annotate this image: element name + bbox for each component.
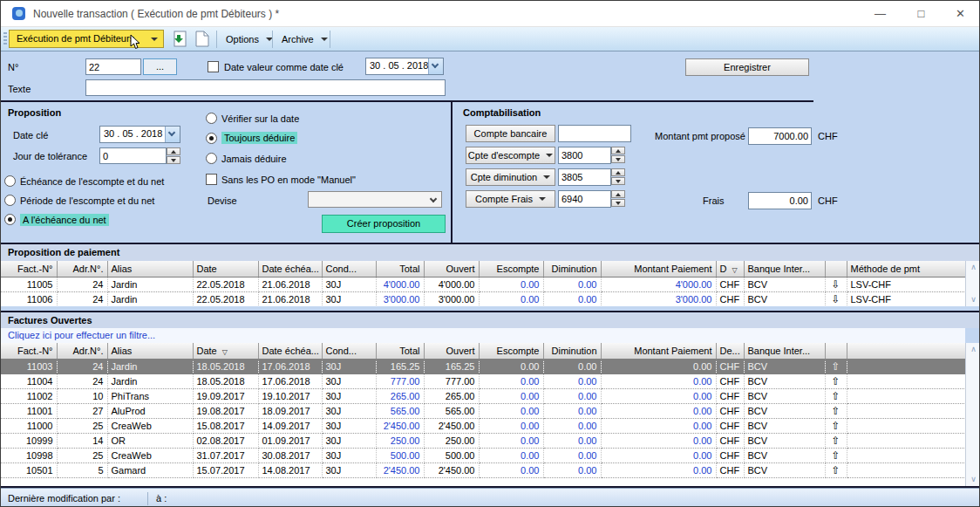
table-cell[interactable]: [847, 359, 965, 373]
table-cell[interactable]: 3'000.00: [424, 291, 479, 306]
table-cell[interactable]: Jardin: [107, 373, 193, 388]
table-cell[interactable]: 0.00: [479, 462, 543, 477]
table-cell[interactable]: 3'000.00: [601, 291, 716, 306]
table-cell[interactable]: OR: [107, 433, 193, 448]
table-cell[interactable]: Jardin: [107, 359, 193, 373]
table-cell[interactable]: CreaWeb: [107, 418, 193, 433]
browse-button[interactable]: ...: [143, 58, 177, 75]
radio-echeance-escompte[interactable]: [4, 175, 16, 187]
table-cell[interactable]: 2'450.00: [424, 418, 479, 433]
column-header[interactable]: [825, 261, 847, 277]
archive-menu[interactable]: Archive: [276, 31, 333, 48]
table-cell[interactable]: 250.00: [376, 433, 424, 448]
table-cell[interactable]: 30J: [322, 403, 376, 418]
table-cell[interactable]: 21.06.2018: [258, 291, 322, 306]
enregistrer-button[interactable]: Enregistrer: [685, 58, 809, 76]
column-header[interactable]: Date: [193, 261, 258, 277]
arrow-up-icon[interactable]: ⇧: [825, 433, 847, 448]
column-header[interactable]: Date▽: [193, 343, 258, 359]
table-cell[interactable]: 500.00: [424, 448, 479, 462]
column-header[interactable]: De...: [716, 343, 744, 359]
column-header[interactable]: Cond...: [322, 261, 376, 277]
column-header[interactable]: D▽: [716, 261, 744, 277]
table-cell[interactable]: 18.05.2018: [193, 373, 258, 388]
table-cell[interactable]: 25: [57, 448, 107, 462]
table-cell[interactable]: CHF: [716, 291, 744, 306]
column-header[interactable]: Diminution: [543, 343, 601, 359]
table-cell[interactable]: 30.08.2017: [258, 448, 322, 462]
creer-proposition-button[interactable]: Créer proposition: [322, 215, 446, 233]
radio-periode-escompte[interactable]: [4, 195, 16, 206]
table-cell[interactable]: 0.00: [543, 277, 601, 291]
table-cell[interactable]: 25: [57, 418, 107, 433]
table-cell[interactable]: 11003: [1, 359, 57, 373]
table-cell[interactable]: 27: [57, 403, 107, 418]
table-cell[interactable]: 11006: [1, 291, 57, 306]
column-header[interactable]: Ouvert: [424, 261, 479, 277]
table-cell[interactable]: 0.00: [479, 359, 543, 373]
cpte-diminution-button[interactable]: Cpte diminution: [466, 168, 555, 186]
radio-jamais-deduire[interactable]: [206, 153, 217, 164]
table-cell[interactable]: 565.00: [424, 403, 479, 418]
close-button[interactable]: ✕: [941, 1, 980, 27]
table-cell[interactable]: 14.09.2017: [258, 418, 322, 433]
table-cell[interactable]: 11000: [1, 418, 57, 433]
table-cell[interactable]: CHF: [716, 373, 744, 388]
compte-frais-spinner[interactable]: [611, 190, 625, 208]
table-cell[interactable]: BCV: [744, 277, 825, 291]
arrow-up-icon[interactable]: ⇧: [825, 388, 847, 403]
arrow-up-icon[interactable]: ⇧: [825, 462, 847, 477]
column-header[interactable]: [825, 343, 847, 359]
table-cell[interactable]: 21.06.2018: [258, 277, 322, 291]
table-cell[interactable]: 0.00: [543, 388, 601, 403]
table-cell[interactable]: 0.00: [479, 388, 543, 403]
export-excel-icon[interactable]: [170, 31, 189, 48]
numero-input[interactable]: [85, 58, 141, 75]
arrow-up-icon[interactable]: ⇧: [825, 359, 847, 373]
tolerance-spinner[interactable]: [167, 147, 180, 164]
column-header[interactable]: Fact.-N°: [1, 261, 57, 277]
table-cell[interactable]: PhiTrans: [107, 388, 193, 403]
table-cell[interactable]: 0.00: [601, 462, 716, 477]
table-cell[interactable]: 4'000.00: [424, 277, 479, 291]
table-cell[interactable]: 22.05.2018: [193, 277, 258, 291]
table-cell[interactable]: BCV: [744, 403, 825, 418]
table-cell[interactable]: 19.10.2017: [258, 388, 322, 403]
table-cell[interactable]: 11005: [1, 277, 57, 291]
table-cell[interactable]: 14: [57, 433, 107, 448]
table-cell[interactable]: 30J: [322, 359, 376, 373]
column-header[interactable]: Fact.-N°: [1, 343, 57, 359]
table-cell[interactable]: 0.00: [601, 388, 716, 403]
column-header[interactable]: Méthode de pmt: [847, 261, 965, 277]
column-header[interactable]: Date échéa...: [258, 343, 322, 359]
column-header[interactable]: Escompte: [479, 261, 543, 277]
table-row[interactable]: 1100524Jardin22.05.201821.06.201830J4'00…: [1, 277, 965, 291]
column-header[interactable]: Ouvert: [424, 343, 479, 359]
column-header[interactable]: [847, 343, 965, 359]
table-cell[interactable]: 0.00: [543, 418, 601, 433]
table-row[interactable]: 1100324Jardin18.05.201817.06.201830J165.…: [1, 359, 965, 373]
column-header[interactable]: Adr.N°.: [57, 261, 107, 277]
table-cell[interactable]: BCV: [744, 433, 825, 448]
arrow-up-icon[interactable]: ⇧: [825, 373, 847, 388]
table-cell[interactable]: 10999: [1, 433, 57, 448]
montant-propose-input[interactable]: [748, 127, 812, 145]
table-cell[interactable]: Jardin: [107, 277, 193, 291]
invoices-table-scrollbar[interactable]: ∧ ∨: [965, 343, 980, 486]
table-cell[interactable]: 250.00: [424, 433, 479, 448]
table-cell[interactable]: 0.00: [601, 448, 716, 462]
table-cell[interactable]: CHF: [716, 388, 744, 403]
table-cell[interactable]: 0.00: [543, 403, 601, 418]
minimize-button[interactable]: ―: [861, 1, 900, 27]
column-header[interactable]: Banque Inter...: [744, 343, 825, 359]
table-cell[interactable]: 4'000.00: [601, 277, 716, 291]
column-header[interactable]: Alias: [107, 343, 193, 359]
date-cle-picker[interactable]: 30 . 05 . 2018: [99, 126, 180, 143]
table-row[interactable]: 1099914OR02.08.201701.09.201730J250.0025…: [1, 433, 965, 448]
table-cell[interactable]: 18.05.2018: [193, 359, 258, 373]
table-cell[interactable]: 02.08.2017: [193, 433, 258, 448]
column-header[interactable]: Total: [376, 261, 424, 277]
table-cell[interactable]: [847, 433, 965, 448]
table-cell[interactable]: 30J: [322, 448, 376, 462]
table-cell[interactable]: CHF: [716, 403, 744, 418]
